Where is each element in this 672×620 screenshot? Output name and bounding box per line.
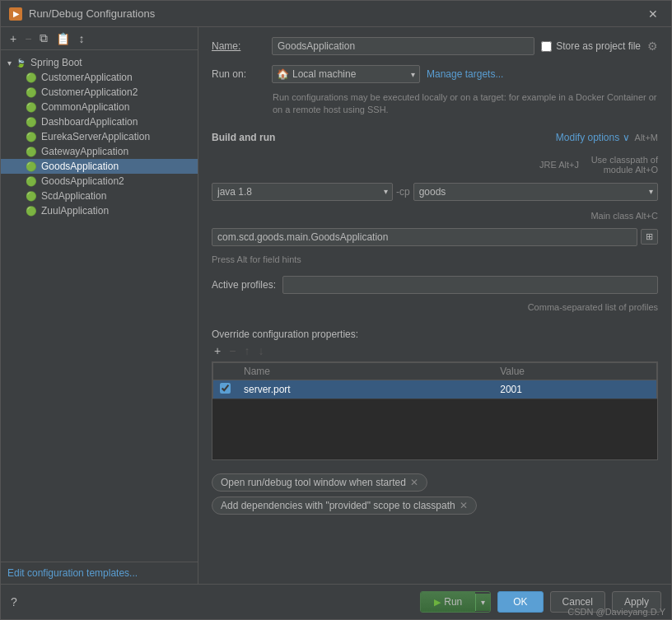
active-profiles-row: Active profiles: [212, 276, 658, 294]
sidebar-item-customer-application2[interactable]: 🟢 CustomerApplication2 [1, 85, 198, 100]
main-class-shortcut: Main class Alt+C [590, 211, 658, 221]
add-config-button[interactable]: + [7, 31, 19, 46]
sidebar-item-label: CustomerApplication2 [41, 86, 138, 98]
property-checkbox[interactable] [220, 383, 231, 394]
app-run-icon: 🟢 [26, 161, 37, 172]
spring-boot-group: ▾ 🍃 Spring Boot 🟢 CustomerApplication 🟢 … [1, 54, 198, 220]
override-toolbar: + − ↑ ↓ [212, 343, 658, 358]
store-project-file-checkbox[interactable] [541, 41, 552, 52]
move-down-property-button[interactable]: ↓ [255, 343, 266, 358]
store-project-file-label: Store as project file [541, 40, 641, 52]
run-dropdown-button[interactable]: ▾ [475, 594, 490, 611]
help-button[interactable]: ? [11, 595, 17, 608]
app-run-icon: 🟢 [26, 147, 37, 157]
sidebar-item-label: DashboardApplication [41, 116, 138, 128]
close-button[interactable]: ✕ [643, 6, 663, 22]
tags-section: Open run/debug tool window when started … [212, 473, 658, 515]
override-section: Override configuration properties: + − ↑… [212, 329, 658, 460]
property-value-cell: 2001 [493, 380, 656, 399]
cp-prefix: -cp [396, 186, 410, 198]
paste-config-button[interactable]: 📋 [54, 31, 72, 46]
sidebar-item-eureka-server-application[interactable]: 🟢 EurekaServerApplication [1, 129, 198, 144]
module-classpath-select[interactable]: goods [413, 183, 658, 201]
edit-configuration-templates-link[interactable]: Edit configuration templates... [7, 567, 138, 579]
remove-config-button[interactable]: − [22, 31, 34, 46]
run-on-row: Run on: 🏠 Local machine ▾ Manage targets… [212, 65, 658, 83]
run-on-hint: Run configurations may be executed local… [273, 91, 658, 117]
active-profiles-input[interactable] [282, 276, 658, 294]
app-run-icon: 🟢 [26, 206, 37, 217]
run-on-label: Run on: [212, 68, 265, 80]
main-panel: Name: Store as project file ⚙ Run on: 🏠 … [198, 27, 671, 584]
tree-expand-arrow: ▾ [7, 58, 12, 68]
table-row[interactable]: server.port 2001 [213, 380, 657, 399]
name-label: Name: [212, 40, 265, 52]
sidebar-item-dashboard-application[interactable]: 🟢 DashboardApplication [1, 114, 198, 129]
tag-label: Add dependencies with "provided" scope t… [221, 500, 455, 511]
expand-main-class-button[interactable]: ⊞ [641, 229, 658, 245]
modify-options-link[interactable]: Modify options ∨ [556, 132, 630, 143]
main-class-input[interactable] [212, 228, 637, 246]
run-button-group: ▶ Run ▾ [420, 591, 491, 613]
active-profiles-label: Active profiles: [212, 279, 276, 291]
sidebar-footer: Edit configuration templates... [1, 562, 198, 584]
run-icon: ▶ [434, 597, 441, 608]
sidebar-item-label: CommonApplication [41, 101, 129, 113]
run-on-select[interactable]: Local machine [272, 65, 420, 83]
manage-targets-link[interactable]: Manage targets... [427, 68, 503, 80]
sidebar-item-label: EurekaServerApplication [41, 131, 150, 142]
local-machine-wrapper: 🏠 Local machine ▾ [272, 65, 420, 83]
modify-shortcut-hint: Alt+M [635, 133, 658, 142]
open-run-debug-tag-close[interactable]: ✕ [410, 477, 418, 488]
sidebar-toolbar: + − ⧉ 📋 ↕ [1, 27, 198, 50]
remove-property-button[interactable]: − [226, 343, 238, 358]
tag-label: Open run/debug tool window when started [221, 477, 406, 488]
app-run-icon: 🟢 [26, 176, 37, 187]
add-dependencies-tag-close[interactable]: ✕ [460, 500, 468, 511]
help-icon[interactable]: ⚙ [647, 40, 658, 53]
sidebar-item-common-application[interactable]: 🟢 CommonApplication [1, 100, 198, 114]
java-version-select[interactable]: java 1.8 [212, 183, 393, 201]
run-button[interactable]: ▶ Run [421, 592, 475, 612]
sidebar-item-customer-application[interactable]: 🟢 CustomerApplication [1, 70, 198, 85]
add-property-button[interactable]: + [212, 343, 223, 358]
app-run-icon: 🟢 [26, 72, 37, 83]
override-properties-table-area: Name Value server.port 2001 [212, 361, 658, 460]
jre-hint: JRE Alt+J [472, 160, 579, 170]
sidebar-item-goods-application[interactable]: 🟢 GoodsApplication [1, 159, 198, 174]
sort-config-button[interactable]: ↕ [76, 31, 86, 46]
add-dependencies-tag: Add dependencies with "provided" scope t… [212, 496, 477, 515]
sidebar: + − ⧉ 📋 ↕ ▾ 🍃 Spring Boot 🟢 CustomerAppl… [1, 27, 198, 584]
build-run-section-header: Build and run Modify options ∨ Alt+M [212, 132, 658, 143]
checkbox-column-header [213, 362, 238, 380]
move-up-property-button[interactable]: ↑ [241, 343, 252, 358]
spring-boot-tree-parent[interactable]: ▾ 🍃 Spring Boot [1, 55, 198, 70]
ok-button[interactable]: OK [497, 591, 543, 613]
copy-config-button[interactable]: ⧉ [37, 30, 50, 46]
name-row: Name: Store as project file ⚙ [212, 37, 658, 55]
run-debug-configurations-dialog: ▶ Run/Debug Configurations ✕ + − ⧉ 📋 ↕ ▾… [0, 0, 672, 620]
window-icon: ▶ [9, 7, 22, 21]
app-run-icon: 🟢 [26, 132, 37, 142]
override-properties-table: Name Value server.port 2001 [212, 362, 657, 399]
sidebar-item-scd-application[interactable]: 🟢 ScdApplication [1, 189, 198, 203]
property-name-cell: server.port [237, 380, 493, 399]
bottom-left: ? [11, 595, 17, 608]
build-run-title: Build and run [212, 132, 275, 143]
sidebar-item-label: GoodsApplication2 [41, 175, 124, 187]
java-goods-row: java 1.8 ▾ -cp goods ▾ [212, 183, 658, 201]
content-area: + − ⧉ 📋 ↕ ▾ 🍃 Spring Boot 🟢 CustomerAppl… [1, 27, 671, 584]
sidebar-item-label: ZuulApplication [41, 205, 109, 217]
press-alt-hint: Press Alt for field hints [212, 254, 658, 264]
sidebar-item-gateway-application[interactable]: 🟢 GatewayApplication [1, 144, 198, 159]
app-run-icon: 🟢 [26, 117, 37, 128]
sidebar-item-label: GoodsApplication [41, 161, 119, 172]
app-run-icon: 🟢 [26, 87, 37, 98]
sidebar-item-zuul-application[interactable]: 🟢 ZuulApplication [1, 203, 198, 218]
java-select-wrapper: java 1.8 ▾ [212, 183, 393, 201]
sidebar-item-goods-application2[interactable]: 🟢 GoodsApplication2 [1, 174, 198, 189]
sidebar-item-label: CustomerApplication [41, 72, 133, 83]
modify-arrow: ∨ [623, 132, 630, 143]
name-input[interactable] [272, 37, 534, 55]
cp-hint: Use classpath of module Alt+O [586, 155, 658, 175]
